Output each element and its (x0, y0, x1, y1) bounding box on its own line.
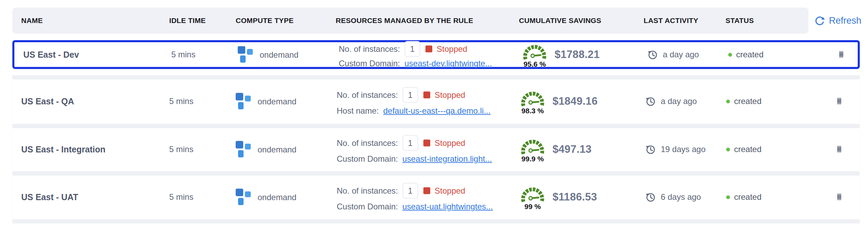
compute-type-value: ondemand (260, 50, 298, 59)
savings-amount: $1788.21 (555, 48, 600, 61)
instance-state: Stopped (435, 186, 465, 196)
column-header-resources: RESOURCES MANAGED BY THE RULE (336, 16, 473, 25)
rules-table-page: NAME IDLE TIME COMPUTE TYPE RESOURCES MA… (0, 0, 868, 230)
last-activity-value: 6 days ago (661, 192, 701, 202)
savings-percent: 99 % (518, 203, 547, 210)
refresh-icon (815, 15, 825, 26)
instances-count-chip: 1 (402, 135, 418, 151)
table-row-us-east-integration[interactable]: US East - Integration 5 mins ondemand No… (12, 128, 860, 171)
table-row-us-east-qa[interactable]: US East - QA 5 mins ondemand No. of inst… (12, 79, 860, 123)
savings-amount: $1849.16 (553, 95, 598, 107)
column-header-name: NAME (21, 16, 43, 25)
column-header-idle-time: IDLE TIME (169, 16, 206, 25)
stopped-square-icon (425, 46, 432, 53)
idle-time-value: 5 mins (171, 50, 196, 59)
history-clock-icon (647, 49, 658, 60)
compute-type-value: ondemand (258, 145, 296, 154)
savings-amount: $497.13 (553, 143, 592, 156)
instances-label: No. of instances: (337, 186, 398, 196)
idle-time-value: 5 mins (169, 145, 194, 154)
resource-label: Host name: (337, 106, 379, 116)
rule-name: US East - Dev (23, 50, 79, 60)
stopped-square-icon (423, 140, 430, 147)
row-divider (12, 75, 860, 79)
table-row-us-east-uat[interactable]: US East - UAT 5 mins ondemand No. of ins… (12, 175, 860, 219)
row-divider (12, 171, 860, 175)
resource-link[interactable]: default-us-east---qa.demo.li... (383, 106, 491, 116)
column-header-last-activity: LAST ACTIVITY (644, 16, 698, 25)
instances-label: No. of instances: (337, 90, 398, 100)
savings-percent: 99.9 % (518, 155, 547, 162)
refresh-button[interactable]: Refresh (815, 15, 861, 26)
history-clock-icon (645, 96, 656, 107)
column-header-savings: CUMULATIVE SAVINGS (519, 16, 601, 25)
history-clock-icon (645, 144, 656, 155)
table-row-us-east-dev[interactable]: US East - Dev 5 mins ondemand No. of ins… (12, 40, 860, 69)
compute-cluster-icon (238, 46, 253, 63)
instances-count-chip: 1 (405, 41, 420, 57)
instances-count-chip: 1 (402, 183, 418, 199)
savings-gauge: 95.6 % (520, 42, 549, 68)
row-actions-menu[interactable] (836, 145, 843, 154)
savings-gauge: 98.3 % (518, 89, 547, 114)
table-header: NAME IDLE TIME COMPUTE TYPE RESOURCES MA… (12, 8, 808, 34)
row-actions-menu[interactable] (836, 193, 843, 202)
column-header-compute-type: COMPUTE TYPE (236, 16, 294, 25)
resource-link[interactable]: useast-integration.light... (402, 154, 492, 164)
status-value: created (734, 192, 761, 202)
row-divider (12, 124, 860, 128)
instances-count-chip: 1 (402, 87, 418, 103)
savings-percent: 98.3 % (518, 107, 547, 114)
resource-link[interactable]: useast-dev.lightwingte... (405, 59, 492, 68)
resource-label: Custom Domain: (337, 202, 398, 211)
row-actions-menu[interactable] (838, 50, 845, 59)
resource-link[interactable]: useast-uat.lightwingtes... (402, 202, 493, 211)
last-activity-value: a day ago (663, 50, 699, 59)
savings-gauge: 99.9 % (518, 137, 547, 162)
instance-state: Stopped (437, 44, 467, 54)
status-dot (726, 148, 730, 151)
rule-name: US East - UAT (21, 192, 78, 202)
instance-state: Stopped (435, 138, 465, 148)
column-header-status: STATUS (726, 16, 754, 25)
rule-name: US East - Integration (21, 145, 106, 154)
compute-cluster-icon (236, 141, 251, 158)
last-activity-value: 19 days ago (661, 145, 706, 154)
status-value: created (734, 96, 761, 106)
compute-cluster-icon (236, 189, 251, 206)
history-clock-icon (645, 192, 656, 203)
idle-time-value: 5 mins (169, 192, 194, 202)
refresh-label: Refresh (829, 15, 861, 26)
instances-label: No. of instances: (337, 138, 398, 148)
status-dot (726, 100, 730, 103)
rule-name: US East - QA (21, 96, 74, 106)
last-activity-value: a day ago (661, 96, 697, 106)
stopped-square-icon (423, 187, 430, 194)
savings-percent: 95.6 % (520, 60, 549, 68)
stopped-square-icon (423, 92, 430, 99)
instances-label: No. of instances: (339, 44, 400, 54)
idle-time-value: 5 mins (169, 96, 194, 106)
status-value: created (736, 50, 764, 59)
status-value: created (734, 145, 761, 154)
compute-type-value: ondemand (258, 192, 296, 202)
instance-state: Stopped (435, 90, 465, 100)
compute-type-value: ondemand (258, 96, 296, 106)
savings-gauge: 99 % (518, 184, 547, 210)
compute-cluster-icon (236, 93, 251, 110)
resource-label: Custom Domain: (339, 59, 400, 68)
row-actions-menu[interactable] (836, 97, 843, 106)
row-divider (12, 219, 860, 223)
status-dot (728, 53, 732, 57)
resource-label: Custom Domain: (337, 154, 398, 164)
savings-amount: $1186.53 (553, 191, 597, 203)
status-dot (726, 195, 730, 199)
